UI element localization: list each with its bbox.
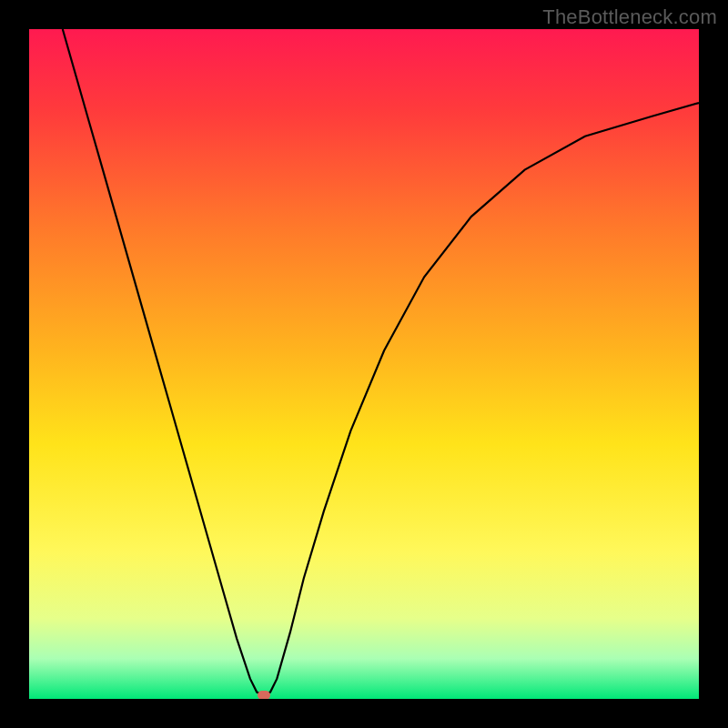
plot-area xyxy=(29,29,699,699)
minimum-marker xyxy=(258,691,270,699)
chart-frame: TheBottleneck.com xyxy=(0,0,728,728)
bottleneck-curve xyxy=(29,29,699,699)
watermark-text: TheBottleneck.com xyxy=(542,5,717,29)
